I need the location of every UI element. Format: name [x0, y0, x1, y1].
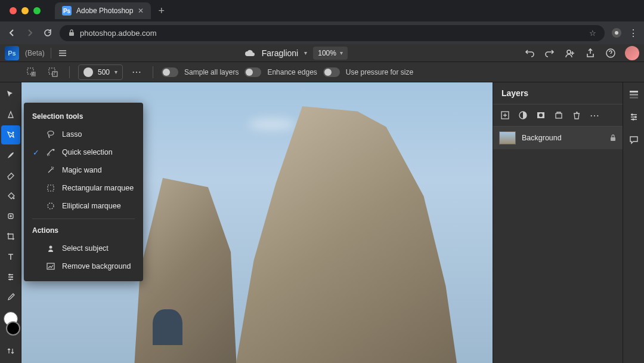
- quick-selection-tool-item[interactable]: ✓ Quick selection: [24, 143, 143, 161]
- brush-size-input[interactable]: 500 ▾: [78, 64, 123, 80]
- select-subject-icon: [45, 243, 56, 254]
- magic-wand-icon: [45, 165, 56, 176]
- swap-colors-icon[interactable]: [1, 342, 20, 361]
- svg-point-18: [539, 113, 543, 117]
- popover-item-label: Quick selection: [62, 148, 113, 156]
- share-button[interactable]: [584, 47, 596, 59]
- popover-item-label: Magic wand: [62, 166, 102, 174]
- svg-rect-33: [47, 263, 54, 269]
- elliptical-marquee-icon: [45, 201, 56, 211]
- add-layer-icon[interactable]: [499, 109, 511, 121]
- magic-wand-tool-item[interactable]: Magic wand: [24, 161, 143, 179]
- layer-lock-icon[interactable]: [609, 134, 617, 141]
- zoom-select[interactable]: 100% ▾: [313, 47, 348, 60]
- svg-point-26: [632, 118, 634, 121]
- bookmark-star-icon[interactable]: ☆: [589, 29, 596, 38]
- move-tool[interactable]: [1, 85, 20, 104]
- url-text: photoshop.adobe.com: [80, 29, 157, 38]
- browser-reload-button[interactable]: [42, 27, 54, 39]
- window-minimize[interactable]: [21, 7, 29, 14]
- properties-icon[interactable]: [626, 86, 642, 103]
- beta-label: (Beta): [25, 49, 45, 57]
- user-avatar[interactable]: [625, 46, 639, 60]
- eraser-tool[interactable]: [1, 166, 20, 185]
- undo-button[interactable]: [524, 47, 535, 59]
- lasso-tool-item[interactable]: Lasso: [24, 125, 143, 143]
- type-tool[interactable]: [1, 247, 20, 266]
- new-tab-button[interactable]: +: [158, 5, 165, 17]
- svg-point-28: [53, 149, 55, 151]
- sample-all-layers-toggle[interactable]: [162, 67, 178, 77]
- background-color-swatch[interactable]: [6, 321, 20, 336]
- browser-forward-button[interactable]: [24, 27, 36, 39]
- redo-button[interactable]: [544, 47, 556, 59]
- eyedropper-tool[interactable]: [1, 288, 20, 307]
- rectangular-marquee-icon: [45, 183, 56, 193]
- use-pressure-toggle[interactable]: [323, 67, 340, 77]
- popover-section-title: Selection tools: [24, 109, 143, 125]
- svg-point-25: [634, 116, 637, 118]
- tab-title: Adobe Photoshop: [76, 7, 133, 15]
- browser-menu-icon[interactable]: ⋮: [628, 27, 638, 39]
- fill-tool[interactable]: [1, 186, 20, 205]
- svg-rect-20: [611, 137, 615, 141]
- svg-rect-6: [31, 72, 36, 76]
- svg-point-14: [10, 279, 11, 281]
- brush-preview-icon: [83, 67, 93, 77]
- svg-point-10: [13, 198, 15, 199]
- zoom-chevron-icon: ▾: [340, 50, 343, 56]
- delete-layer-icon[interactable]: [571, 109, 583, 121]
- svg-rect-7: [49, 68, 55, 74]
- select-subject-action[interactable]: Select subject: [24, 239, 143, 257]
- doc-name-chevron-icon[interactable]: ▾: [304, 50, 307, 56]
- help-button[interactable]: [605, 47, 617, 59]
- remove-background-action[interactable]: Remove background: [24, 257, 143, 275]
- tab-close-icon[interactable]: ✕: [138, 7, 144, 15]
- adjustments-tool[interactable]: [1, 267, 20, 287]
- transform-tool[interactable]: [1, 105, 20, 124]
- svg-rect-0: [69, 32, 74, 36]
- more-options-icon[interactable]: ⋯: [129, 64, 144, 80]
- browser-back-button[interactable]: [6, 27, 18, 39]
- browser-tab[interactable]: Ps Adobe Photoshop ✕: [55, 2, 151, 19]
- popover-actions-title: Actions: [24, 223, 143, 239]
- popover-item-label: Select subject: [62, 244, 109, 253]
- mask-icon[interactable]: [535, 109, 547, 121]
- app-logo-icon[interactable]: Ps: [5, 46, 19, 60]
- popover-item-label: Elliptical marquee: [62, 202, 121, 210]
- document-name[interactable]: Faraglioni: [262, 48, 298, 58]
- left-toolbar: [0, 82, 21, 363]
- svg-point-32: [49, 246, 52, 249]
- window-maximize[interactable]: [33, 7, 41, 14]
- crop-tool[interactable]: [1, 227, 20, 246]
- window-close[interactable]: [10, 7, 17, 14]
- enhance-edges-toggle[interactable]: [244, 67, 261, 77]
- rectangular-marquee-tool-item[interactable]: Rectangular marquee: [24, 179, 143, 197]
- svg-point-3: [567, 50, 571, 54]
- selection-tool[interactable]: [1, 125, 20, 144]
- hamburger-menu-icon[interactable]: [57, 48, 68, 59]
- layers-panel: Layers ⋯ Background: [493, 82, 623, 363]
- address-bar[interactable]: photoshop.adobe.com ☆: [60, 25, 605, 41]
- healing-tool[interactable]: [1, 207, 20, 226]
- svg-point-9: [13, 132, 14, 134]
- comments-icon[interactable]: [626, 131, 642, 148]
- adjustment-layer-icon[interactable]: [517, 109, 529, 121]
- group-layers-icon[interactable]: [553, 109, 565, 121]
- subtract-from-selection-icon[interactable]: [45, 64, 61, 80]
- browser-profile-icon[interactable]: [611, 27, 623, 39]
- svg-point-24: [631, 113, 633, 116]
- svg-rect-22: [630, 94, 638, 96]
- layer-thumbnail: [499, 131, 516, 144]
- brush-tool[interactable]: [1, 146, 20, 165]
- popover-item-label: Lasso: [62, 130, 82, 139]
- adjustments-panel-icon[interactable]: [626, 109, 642, 125]
- brush-size-chevron-icon: ▾: [114, 69, 117, 75]
- svg-rect-21: [630, 91, 638, 93]
- layer-more-icon[interactable]: ⋯: [589, 109, 600, 121]
- invite-button[interactable]: [564, 47, 576, 59]
- elliptical-marquee-tool-item[interactable]: Elliptical marquee: [24, 197, 143, 215]
- add-to-selection-icon[interactable]: [24, 64, 39, 80]
- right-rail: [623, 82, 644, 363]
- layer-row[interactable]: Background: [493, 127, 623, 149]
